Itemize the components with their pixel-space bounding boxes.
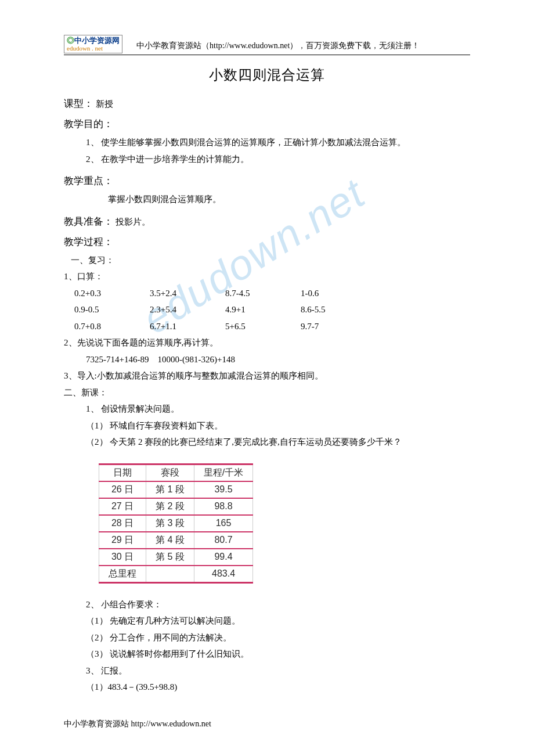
table-cell: 98.8 [194,498,252,515]
table-row: 总里程 483.4 [99,566,253,583]
table-cell: 第 1 段 [146,481,194,498]
table-cell: 165 [194,515,252,532]
table-cell: 第 4 段 [146,532,194,549]
table-header-cell: 赛段 [146,464,194,481]
table-row: 29 日 第 4 段 80.7 [99,532,253,549]
table-row: 26 日 第 1 段 39.5 [99,481,253,498]
order-expressions: 7325-714+146-89 10000-(981-326)+148 [86,351,470,368]
table-header-cell: 日期 [99,464,146,481]
table-cell: 26 日 [99,481,146,498]
tools-section: 教具准备： 投影片。 [64,215,470,228]
page-title: 小数四则混合运算 [64,66,470,84]
tools-value: 投影片。 [116,217,150,226]
newlesson-item2-sub3: （3） 说说解答时你都用到了什么旧知识。 [86,646,470,663]
focus-label: 教学重点： [64,174,470,188]
newlesson-heading: 二、新课： [64,384,470,401]
table-row: 27 日 第 2 段 98.8 [99,498,253,515]
focus-value: 掌握小数四则混合运算顺序。 [108,191,470,208]
table-cell: 30 日 [99,549,146,566]
table-cell: 第 5 段 [146,549,194,566]
lesson-type-label: 课型： [64,98,93,109]
table-row: 30 日 第 5 段 99.4 [99,549,253,566]
table-cell: 总里程 [99,566,146,583]
lesson-type-value: 新授 [96,99,113,109]
newlesson-item2-sub1: （1） 先确定有几种方法可以解决问题。 [86,613,470,629]
table-cell: 28 日 [99,515,146,532]
table-cell: 29 日 [99,532,146,549]
review-intro: 3、导入:小数加减混合运算的顺序与整数加减混合运算的顺序相同。 [64,368,470,384]
mental-cell: 9.7-7 [301,318,376,335]
mental-cell: 5+6.5 [225,318,301,335]
mental-cell: 0.9-0.5 [74,301,150,318]
mental-row-3: 0.7+0.8 6.7+1.1 5+6.5 9.7-7 [74,318,470,335]
table-row: 28 日 第 3 段 165 [99,515,253,532]
newlesson-item3: 3、 汇报。 [86,663,470,679]
lesson-type-section: 课型： 新授 [64,97,470,110]
mental-cell: 8.7-4.5 [225,285,301,302]
newlesson-item2-sub2: （2） 分工合作，用不同的方法解决。 [86,629,470,646]
table-header-cell: 里程/千米 [194,464,252,481]
newlesson-item1-sub1: （1） 环城自行车赛段资料如下表。 [86,417,470,434]
order-label: 2、先说说下面各题的运算顺序,再计算。 [64,334,470,351]
logo-top-text: 中小学资源网 [74,36,120,45]
mental-cell: 3.5+2.4 [150,285,225,302]
process-label: 教学过程： [64,235,470,249]
mental-cell: 0.7+0.8 [74,318,150,335]
mental-cell: 0.2+0.3 [74,285,150,302]
newlesson-item1-sub2: （2） 今天第 2 赛段的比赛已经结束了,要完成比赛,自行车运动员还要骑多少千米… [86,434,470,451]
newlesson-item1: 1、 创设情景解决问题。 [86,401,470,417]
objective-2: 2、 在教学中进一步培养学生的计算能力。 [86,151,470,168]
page-footer: 中小学教育资源站 http://www.edudown.net [64,719,470,729]
mental-row-2: 0.9-0.5 2.3+5.4 4.9+1 8.6-5.5 [74,301,470,318]
mental-cell: 2.3+5.4 [150,301,225,318]
race-data-table: 日期 赛段 里程/千米 26 日 第 1 段 39.5 27 日 第 2 段 9… [99,463,253,584]
mental-cell: 4.9+1 [225,301,301,318]
tools-label: 教具准备： [64,216,113,227]
table-cell [146,566,194,583]
header-tagline: 中小学教育资源站（http://www.edudown.net），百万资源免费下… [136,41,420,53]
table-cell: 27 日 [99,498,146,515]
table-row: 日期 赛段 里程/千米 [99,464,253,481]
review-heading: 一、复习： [71,252,470,269]
objectives-label: 教学目的： [64,117,470,131]
table-cell: 80.7 [194,532,252,549]
newlesson-item3-sub1: （1）483.4－(39.5+98.8) [86,679,470,696]
logo-bottom-text: edudown . net [67,45,120,52]
table-cell: 483.4 [194,566,252,583]
mental-cell: 6.7+1.1 [150,318,225,335]
mental-label: 1、口算： [64,268,470,285]
mental-row-1: 0.2+0.3 3.5+2.4 8.7-4.5 1-0.6 [74,285,470,302]
mental-cell: 1-0.6 [301,285,376,302]
table-cell: 第 3 段 [146,515,194,532]
site-logo: ◎中小学资源网 edudown . net [64,35,122,53]
mental-cell: 8.6-5.5 [301,301,376,318]
table-cell: 第 2 段 [146,498,194,515]
page-header: ◎中小学资源网 edudown . net 中小学教育资源站（http://ww… [64,35,470,55]
table-cell: 99.4 [194,549,252,566]
newlesson-item2: 2、 小组合作要求： [86,596,470,613]
table-cell: 39.5 [194,481,252,498]
objective-1: 1、 使学生能够掌握小数四则混合运算的运算顺序，正确计算小数加减法混合运算。 [86,134,470,151]
